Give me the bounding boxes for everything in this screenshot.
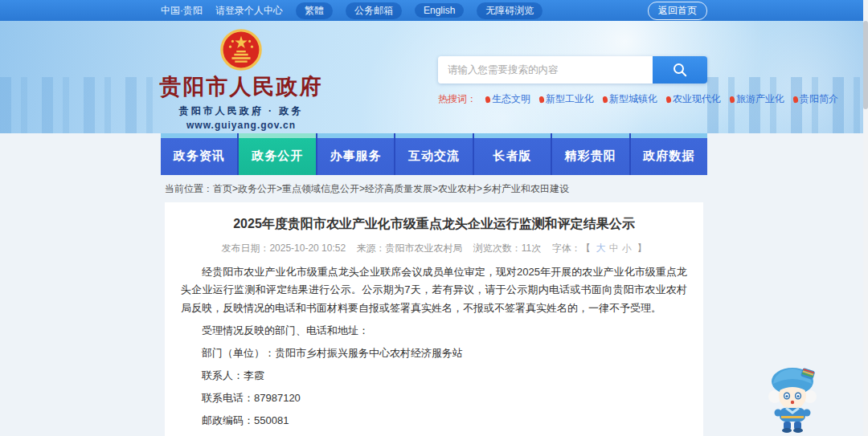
flame-icon [485, 96, 491, 103]
font-large-button[interactable]: 大 [596, 242, 606, 254]
contact-person: 联系人：李霞 [181, 368, 687, 385]
font-size-label: 字体：【 [552, 242, 591, 254]
nav-tab-senior[interactable]: 长者版 [474, 133, 551, 175]
return-home-button[interactable]: 返回首页 [648, 2, 707, 20]
search-input[interactable] [438, 56, 653, 84]
top-utility-bar: 中国·贵阳 请登录个人中心 繁體 公务邮箱 English 无障碍浏览 返回首页 [0, 0, 868, 21]
hot-term-industrialization[interactable]: 新型工业化 [539, 92, 594, 106]
national-emblem-icon [220, 29, 262, 71]
hot-term-intro[interactable]: 贵阳简介 [793, 92, 838, 106]
flame-icon [602, 96, 608, 103]
breadcrumb: 当前位置：首页>政务公开>重点领域信息公开>经济高质量发展>农业农村>乡村产业和… [161, 175, 707, 202]
hot-search-label: 热搜词： [438, 92, 477, 106]
article-body: 经贵阳市农业产业化市级重点龙头企业联席会议成员单位审定，现对2025年开展的农业… [181, 263, 687, 436]
hot-term-ecology[interactable]: 生态文明 [485, 92, 530, 106]
contact-postcode: 邮政编码：550081 [181, 413, 687, 430]
flame-icon [538, 96, 545, 103]
article-card: 2025年度贵阳市农业产业化市级重点龙头企业运行监测和评定结果公示 发布日期：2… [165, 202, 703, 436]
publish-date: 发布日期：2025-10-20 10:52 [221, 242, 346, 254]
font-size-label-end: 】 [637, 242, 647, 254]
content-area: 当前位置：首页>政务公开>重点领域信息公开>经济高质量发展>农业农村>乡村产业和… [161, 175, 707, 436]
hot-term-agriculture[interactable]: 农业现代化 [666, 92, 721, 106]
toplink-accessibility[interactable]: 无障碍浏览 [477, 2, 542, 19]
contact-phone: 联系电话：87987120 [181, 390, 687, 407]
flame-icon [665, 96, 672, 103]
mascot-widget[interactable] [762, 360, 826, 434]
view-count: 浏览次数：11次 [473, 242, 541, 254]
main-navigation: 政务资讯 政务公开 办事服务 互动交流 长者版 精彩贵阳 政府数据 [0, 133, 868, 175]
scrollbar-thumb[interactable] [863, 21, 868, 109]
toplink-traditional-chinese[interactable]: 繁體 [296, 2, 333, 19]
search-button[interactable] [653, 56, 707, 84]
toplink-official-mail[interactable]: 公务邮箱 [346, 2, 402, 19]
page: 中国·贵阳 请登录个人中心 繁體 公务邮箱 English 无障碍浏览 返回首页 [0, 0, 868, 436]
hot-term-tourism[interactable]: 旅游产业化 [730, 92, 784, 106]
nav-tab-highlights[interactable]: 精彩贵阳 [552, 133, 628, 175]
banner-cityscape-left [0, 77, 153, 133]
site-subtitle: 贵阳市人民政府 · 政务 [179, 104, 304, 118]
hot-term-urbanization[interactable]: 新型城镇化 [603, 92, 657, 106]
font-small-button[interactable]: 小 [622, 242, 632, 254]
nav-tab-disclosure[interactable]: 政务公开 [239, 133, 315, 175]
article-source: 来源：贵阳市农业农村局 [356, 242, 462, 254]
toplink-english[interactable]: English [415, 3, 464, 18]
site-title: 贵阳市人民政府 [160, 72, 323, 101]
magnifier-icon [672, 62, 688, 78]
flame-icon [729, 96, 735, 103]
site-url: www.guiyang.gov.cn [186, 120, 296, 131]
breadcrumb-path[interactable]: 首页>政务公开>重点领域信息公开>经济高质量发展>农业农村>乡村产业和农田建设 [213, 183, 569, 194]
toplink-login-personal-center[interactable]: 请登录个人中心 [215, 4, 283, 18]
hot-search-row: 热搜词： 生态文明 新型工业化 新型城镇化 农业现代化 旅游产业化 贵阳简介 [438, 92, 707, 106]
nav-tab-services[interactable]: 办事服务 [317, 133, 394, 175]
nav-tab-data[interactable]: 政府数据 [631, 133, 707, 175]
nav-tab-interaction[interactable]: 互动交流 [395, 133, 472, 175]
paragraph-contact-intro: 受理情况反映的部门、电话和地址： [181, 322, 687, 340]
article-meta: 发布日期：2025-10-20 10:52 来源：贵阳市农业农村局 浏览次数：1… [181, 242, 687, 255]
font-medium-button[interactable]: 中 [609, 242, 619, 254]
ethnic-mascot-icon [762, 360, 826, 434]
site-logo[interactable]: 贵阳市人民政府 贵阳市人民政府 · 政务 www.guiyang.gov.cn [161, 29, 321, 131]
search-area: 热搜词： 生态文明 新型工业化 新型城镇化 农业现代化 旅游产业化 贵阳简介 [438, 29, 707, 131]
contact-department: 部门（单位）：贵阳市乡村振兴服务中心农村经济服务站 [181, 345, 687, 362]
nav-tab-news[interactable]: 政务资讯 [161, 133, 237, 175]
toplink-china-guiyang[interactable]: 中国·贵阳 [161, 4, 203, 18]
paragraph-announcement: 经贵阳市农业产业化市级重点龙头企业联席会议成员单位审定，现对2025年开展的农业… [181, 263, 687, 317]
flame-icon [792, 96, 799, 103]
header-banner: 贵阳市人民政府 贵阳市人民政府 · 政务 www.guiyang.gov.cn … [0, 21, 868, 133]
scrollbar-track [863, 0, 868, 436]
breadcrumb-label: 当前位置： [165, 183, 213, 194]
article-title: 2025年度贵阳市农业产业化市级重点龙头企业运行监测和评定结果公示 [181, 216, 687, 233]
